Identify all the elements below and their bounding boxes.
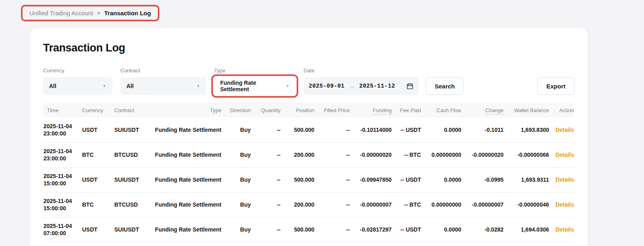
type-select[interactable]: Funding Rate Settlement ▼: [214, 77, 295, 95]
cell-filled-price: --: [315, 217, 350, 242]
search-button[interactable]: Search: [426, 77, 464, 95]
currency-filter-label: Currency: [43, 68, 112, 74]
breadcrumb-current: Transaction Log: [104, 10, 151, 16]
cell-time: 2025-11-0415:00:00: [43, 167, 82, 192]
column-header-cash-flow: Cash Flow: [421, 103, 462, 117]
currency-select-value: All: [49, 83, 56, 89]
table-header-row: TimeCurrencyContractTypeDirectionQuantit…: [43, 103, 574, 117]
transaction-table: TimeCurrencyContractTypeDirectionQuantit…: [43, 103, 574, 242]
cell-direction: Buy: [222, 192, 251, 217]
cell-funding: -0.00000007: [350, 192, 392, 217]
breadcrumb-parent-link[interactable]: Unified Trading Account: [29, 10, 93, 16]
cell-action: Details: [549, 117, 574, 142]
contract-select[interactable]: All ▼: [120, 77, 206, 95]
chevron-down-icon: ▼: [286, 84, 289, 88]
date-start-value: 2025-09-01: [309, 83, 345, 89]
cell-position: 500.000: [281, 217, 315, 242]
breadcrumb: Unified Trading Account > Transaction Lo…: [21, 5, 159, 21]
cell-change: -0.0282: [462, 217, 504, 242]
column-header-fee-paid: Fee Paid: [392, 103, 421, 117]
details-link[interactable]: Details: [555, 127, 574, 133]
column-header-position: Position: [281, 103, 315, 117]
details-link[interactable]: Details: [555, 152, 574, 158]
cell-quantity: --: [251, 142, 281, 167]
cell-action: Details: [549, 167, 574, 192]
cell-wallet-balance: 1,693.8300: [504, 117, 549, 142]
details-link[interactable]: Details: [555, 226, 574, 233]
column-header-time: Time: [43, 103, 82, 117]
cell-fee-paid: -- USDT: [392, 117, 421, 142]
column-header-contract: Contract: [114, 103, 154, 117]
cell-fee-paid: -- BTC: [392, 192, 421, 217]
page-title: Transaction Log: [43, 42, 574, 54]
export-button[interactable]: Export: [537, 77, 574, 95]
date-range-picker[interactable]: 2025-09-01 → 2025-11-12: [303, 77, 419, 95]
cell-cash-flow: 0.00000000: [421, 192, 462, 217]
table-row: 2025-11-0415:00:00BTCBTCUSDFunding Rate …: [43, 192, 574, 217]
cell-wallet-balance: 1,693.9311: [504, 167, 549, 192]
cell-fee-paid: -- USDT: [392, 167, 421, 192]
transaction-log-card: Transaction Log Currency All ▼ Contract …: [30, 28, 587, 246]
cell-time: 2025-11-0415:00:00: [43, 192, 82, 217]
contract-filter: Contract All ▼: [120, 68, 206, 95]
cell-direction: Buy: [222, 117, 251, 142]
cell-position: 200.000: [281, 192, 315, 217]
cell-type: Funding Rate Settlement: [154, 117, 222, 142]
cell-funding: -0.02817297: [350, 217, 392, 242]
cell-direction: Buy: [222, 142, 251, 167]
column-header-type: Type: [154, 103, 222, 117]
cell-contract: BTCUSD: [114, 142, 154, 167]
chevron-down-icon: ▼: [196, 84, 200, 88]
cell-currency: BTC: [82, 192, 114, 217]
breadcrumb-separator: >: [97, 10, 100, 16]
cell-funding: -0.00000020: [350, 142, 392, 167]
chevron-down-icon: ▼: [103, 84, 106, 88]
cell-direction: Buy: [222, 217, 251, 242]
cell-position: 500.000: [281, 117, 315, 142]
cell-cash-flow: 0.0000: [421, 167, 462, 192]
table-row: 2025-11-0407:00:00USDTSUIUSDTFunding Rat…: [43, 217, 574, 242]
table-row: 2025-11-0423:00:00USDTSUIUSDTFunding Rat…: [43, 117, 574, 142]
cell-time: 2025-11-0407:00:00: [43, 217, 82, 242]
details-link[interactable]: Details: [555, 201, 574, 208]
cell-quantity: --: [251, 117, 281, 142]
table-row: 2025-11-0423:00:00BTCBTCUSDFunding Rate …: [43, 142, 574, 167]
type-filter: Type Funding Rate Settlement ▼: [214, 68, 295, 95]
cell-filled-price: --: [315, 167, 350, 192]
cell-change: -0.0995: [462, 167, 504, 192]
cell-contract: SUIUSDT: [114, 217, 154, 242]
cell-quantity: --: [251, 192, 281, 217]
column-header-change: Change: [462, 103, 504, 117]
cell-type: Funding Rate Settlement: [154, 167, 222, 192]
column-header-action: Action: [549, 103, 574, 117]
cell-quantity: --: [251, 217, 281, 242]
cell-currency: BTC: [82, 142, 114, 167]
date-filter-label: Date: [303, 68, 419, 74]
currency-filter: Currency All ▼: [43, 68, 112, 95]
cell-wallet-balance: -0.00000046: [504, 192, 549, 217]
cell-time: 2025-11-0423:00:00: [43, 142, 82, 167]
date-range-arrow-icon: →: [349, 83, 355, 89]
cell-cash-flow: 0.0000: [421, 217, 462, 242]
cell-contract: BTCUSD: [114, 192, 154, 217]
currency-select[interactable]: All ▼: [43, 77, 112, 95]
column-header-wallet-balance: Wallet Balance: [504, 103, 549, 117]
contract-filter-label: Contract: [120, 68, 206, 74]
type-filter-label: Type: [214, 68, 295, 74]
details-link[interactable]: Details: [555, 176, 574, 183]
cell-currency: USDT: [82, 167, 114, 192]
column-header-funding: Funding: [350, 103, 392, 117]
cell-filled-price: --: [315, 192, 350, 217]
cell-direction: Buy: [222, 167, 251, 192]
column-header-direction: Direction: [222, 103, 251, 117]
cell-action: Details: [549, 217, 574, 242]
cell-contract: SUIUSDT: [114, 117, 154, 142]
cell-filled-price: --: [315, 117, 350, 142]
cell-fee-paid: -- USDT: [392, 217, 421, 242]
cell-cash-flow: 0.00000000: [421, 142, 462, 167]
date-end-value: 2025-11-12: [359, 83, 395, 89]
cell-change: -0.00000020: [462, 142, 504, 167]
cell-change: -0.00000007: [462, 192, 504, 217]
filter-bar: Currency All ▼ Contract All ▼ Type Fundi…: [43, 68, 574, 95]
cell-type: Funding Rate Settlement: [154, 192, 222, 217]
